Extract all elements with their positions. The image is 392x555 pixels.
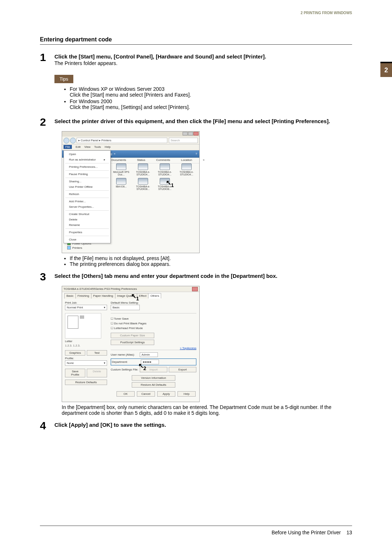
menu-bar: File Edit View Tools Help [62,145,199,150]
test-button[interactable]: Test [87,350,107,356]
side-tab: 2 [380,62,392,77]
step-text: The Printers folder appears. [54,60,352,66]
restore-defaults-button[interactable]: Restore Defaults [65,380,107,385]
tabs-row: Basic Finishing Paper Handling Image Qua… [62,292,199,299]
page-order: 1.2.3. 1.2.3. [65,344,107,347]
cancel-button[interactable]: Cancel [137,391,155,397]
tab-finishing[interactable]: Finishing [75,293,91,299]
menu-item[interactable]: Rename [64,222,110,228]
printer-icon [138,163,148,170]
tips-label: Tips [54,75,73,83]
menu-tools[interactable]: Tools [94,145,101,149]
default-menu-dropdown[interactable]: Basic [111,305,140,310]
callout-cursor: 1 [136,296,139,301]
menu-file[interactable]: File [64,145,72,149]
footer-page: 13 [346,530,352,535]
minimize-icon[interactable] [183,132,188,135]
printer-item[interactable]: TOSHIBA e-STUDIO4... [177,163,196,176]
delete-button: Delete [87,369,107,377]
tab-others[interactable]: Others [148,293,161,299]
close-icon[interactable] [193,132,199,135]
tab-basic[interactable]: Basic [64,293,76,299]
step-3: 3 Select the [Others] tab menu and enter… [40,271,352,282]
step-4: 4 Click [Apply] and [OK] to save the set… [40,420,352,431]
help-button[interactable]: Help [177,391,196,397]
export-button[interactable]: Export [169,367,196,372]
step-1: 1 Click the [Start] menu, [Control Panel… [40,52,352,66]
menu-item[interactable]: Properties [64,230,110,235]
footer: Before Using the Printer Driver 13 [40,526,352,535]
blank-pages-checkbox[interactable]: Do not Print Blank Pages [111,321,196,326]
menu-item[interactable]: Delete [64,217,110,222]
save-profile-button[interactable]: Save Profile [65,369,85,377]
custom-paper-button[interactable]: Custom Paper Size [111,333,154,338]
menu-item[interactable]: Sharing... [64,179,110,184]
default-menu-label: Default Menu Setting: [111,301,196,304]
version-button[interactable]: Version Information [132,375,175,381]
printer-item[interactable]: TOSHIBA e-STUDIO4... [156,163,174,176]
forward-icon[interactable] [70,138,76,143]
printer-item[interactable]: IBA IO8... [112,178,130,190]
topaccess-link[interactable]: > TopAccess [180,347,196,350]
menu-item[interactable]: Open [64,151,110,157]
maximize-icon[interactable] [188,132,193,135]
dialog-title: TOSHIBA e-STUDIO455Series PS3 Printing P… [64,287,137,291]
menu-item[interactable]: Use Printer Offline [64,184,110,190]
printer-icon [116,163,126,170]
content-area: Entering department code 1 Click the [St… [40,36,352,435]
help-icon[interactable]: ? [196,152,197,155]
menu-item[interactable]: Add Printer... [64,199,110,204]
toner-save-checkbox[interactable]: Toner Save [111,316,196,321]
menu-item[interactable]: Refresh [64,191,110,197]
menu-item[interactable]: Printing Preferences... [64,164,110,170]
folder-icon [67,246,71,250]
back-icon[interactable] [64,138,69,143]
bullet-text: The printing preferences dialog box appe… [70,261,352,267]
printer-icon [160,163,170,170]
menu-item[interactable]: Server Properties... [64,204,110,210]
apply-button[interactable]: Apply [157,391,175,397]
bullet-text: If the [File] menu is not displayed, pre… [70,255,352,261]
paper-preview: ━━━━━━━━━ [65,313,101,339]
note-text: In the [Department] box, only numeric ch… [62,404,352,416]
menu-view[interactable]: View [84,145,90,149]
step-heading: Click [Apply] and [OK] to save the setti… [54,422,352,428]
step-number: 4 [40,420,54,431]
profile-label: Profile: [65,357,107,360]
step2-bullets: If the [File] menu is not displayed, pre… [65,255,352,267]
printer-icon [138,178,148,185]
search-input[interactable]: Search [169,138,198,143]
footer-title: Before Using the Printer Driver [271,530,341,535]
dialog-titlebar: TOSHIBA e-STUDIO455Series PS3 Printing P… [62,286,199,292]
menu-item[interactable]: Close [64,237,110,242]
menu-item[interactable]: Pause Printing [64,171,110,177]
menu-edit[interactable]: Edit [75,145,81,149]
menu-item[interactable]: Run as administrator▸ [64,157,110,162]
printer-item[interactable]: TOSHIBA e-STUDIO4... [134,163,152,176]
ok-button[interactable]: OK [117,391,135,397]
printjob-dropdown[interactable]: Normal Print▾ [65,305,107,310]
letterhead-checkbox[interactable]: Letterhead Print Mode [111,326,196,331]
sidebar-item[interactable]: Printers [67,246,94,250]
address-bar: ▸ Control Panel ▸ Printers Search [62,137,199,145]
user-field[interactable]: Admin [140,352,158,357]
printer-item[interactable]: TOSHIBA e-STUDIO8... [134,178,152,190]
menu-help[interactable]: Help [105,145,110,149]
step-2: 2 Select the printer driver of this equi… [40,117,352,127]
breadcrumb[interactable]: ▸ Control Panel ▸ Printers [77,138,167,143]
ps-settings-button[interactable]: PostScript Settings [111,340,154,345]
profile-dropdown[interactable]: None▾ [65,360,107,366]
tab-paper-handling[interactable]: Paper Handling [91,293,115,299]
step-number: 2 [40,117,54,127]
menu-item[interactable]: Create Shortcut [64,211,110,217]
printer-grid: Microsoft XPS Doc... TOSHIBA e-STUDIO4..… [112,163,198,193]
callout-cursor: 1 [171,182,174,188]
tip-line: For Windows XP or Windows Server 2003 [70,86,164,92]
restore-all-button[interactable]: Restore All Defaults [132,382,175,388]
dept-label: Department: [112,360,141,364]
column-headers: Documents Status Comments Location » [109,158,199,163]
printer-item[interactable]: Microsoft XPS Doc... [112,163,130,176]
close-icon[interactable] [192,287,198,291]
graphics-button[interactable]: Graphics [65,350,85,356]
section-title: Entering department code [40,36,352,45]
